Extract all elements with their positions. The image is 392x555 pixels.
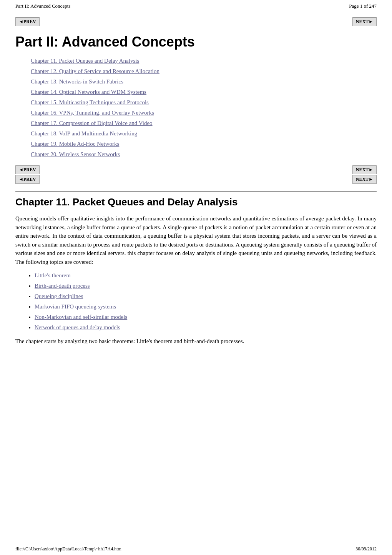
next-label-bottom-2: NEXT	[356, 177, 369, 182]
chapter-item: Chapter 13. Networks in Switch Fabrics	[31, 78, 377, 85]
chapter-link-15[interactable]: Chapter 15. Multicasting Techniques and …	[31, 99, 149, 105]
prev-arrow-left	[19, 19, 23, 25]
chapter11-summary: The chapter starts by analyzing two basi…	[15, 337, 377, 346]
next-button-top[interactable]: NEXT	[352, 17, 377, 26]
prev-label-top: PREV	[23, 19, 36, 25]
chapter-link-20[interactable]: Chapter 20. Wireless Sensor Networks	[31, 151, 120, 157]
next-label-top: NEXT	[356, 19, 369, 25]
divider	[15, 192, 377, 192]
topic-item: Queueing disciplines	[35, 293, 377, 300]
topic-item: Little's theorem	[35, 272, 377, 279]
nav-bottom-left: PREV PREV	[15, 165, 40, 184]
chapter-item: Chapter 15. Multicasting Techniques and …	[31, 99, 377, 106]
prev-label-bottom-1: PREV	[23, 167, 36, 173]
chapter-item: Chapter 19. Mobile Ad-Hoc Networks	[31, 141, 377, 147]
topics-list: Little's theoremBirth-and-death processQ…	[35, 272, 377, 331]
chapter11-intro: Queueing models offer qualitative insigh…	[15, 214, 377, 266]
next-arrow-bottom-2	[369, 177, 373, 182]
bottom-nav-row: PREV PREV NEXT NEXT	[15, 165, 377, 184]
chapter-item: Chapter 14. Optical Networks and WDM Sys…	[31, 89, 377, 95]
next-button-bottom-1[interactable]: NEXT	[352, 165, 377, 174]
topic-link-5[interactable]: Network of queues and delay models	[35, 324, 120, 330]
top-bar-right: Page 1 of 247	[349, 3, 377, 9]
chapter-item: Chapter 11. Packet Queues and Delay Anal…	[31, 58, 377, 64]
chapter-item: Chapter 18. VoIP and Multimedia Networki…	[31, 130, 377, 137]
nav-bottom-right: NEXT NEXT	[352, 165, 377, 184]
next-button-bottom-2[interactable]: NEXT	[352, 175, 377, 184]
topic-link-1[interactable]: Birth-and-death process	[35, 283, 90, 289]
chapter-item: Chapter 12. Quality of Service and Resou…	[31, 68, 377, 75]
chapter-link-11[interactable]: Chapter 11. Packet Queues and Delay Anal…	[31, 58, 139, 64]
chapter-link-17[interactable]: Chapter 17. Compression of Digital Voice…	[31, 120, 153, 126]
chapter-list: Chapter 11. Packet Queues and Delay Anal…	[31, 58, 377, 158]
topic-link-3[interactable]: Markovian FIFO queueing systems	[35, 303, 116, 310]
prev-label-bottom-2: PREV	[23, 177, 36, 182]
part-title: Part II: Advanced Concepts	[15, 34, 377, 50]
topic-link-4[interactable]: Non-Markovian and self-similar models	[35, 314, 127, 320]
topic-item: Markovian FIFO queueing systems	[35, 303, 377, 310]
content-area: PREV NEXT Part II: Advanced Concepts Cha…	[0, 11, 392, 346]
chapter-link-13[interactable]: Chapter 13. Networks in Switch Fabrics	[31, 78, 123, 85]
next-arrow-bottom-1	[369, 167, 373, 173]
next-arrow-right	[369, 19, 373, 25]
chapter-link-18[interactable]: Chapter 18. VoIP and Multimedia Networki…	[31, 130, 137, 137]
chapter-item: Chapter 20. Wireless Sensor Networks	[31, 151, 377, 158]
prev-arrow-bottom-1	[19, 167, 23, 173]
chapter-item: Chapter 17. Compression of Digital Voice…	[31, 120, 377, 127]
topic-item: Birth-and-death process	[35, 283, 377, 289]
bottom-bar: file://C:\Users\axioo\AppData\Local\Temp…	[0, 543, 392, 555]
prev-button-bottom-1[interactable]: PREV	[15, 165, 40, 174]
prev-button-top[interactable]: PREV	[15, 17, 40, 26]
chapter-link-14[interactable]: Chapter 14. Optical Networks and WDM Sys…	[31, 89, 146, 95]
topic-link-0[interactable]: Little's theorem	[35, 272, 71, 278]
bottom-bar-left: file://C:\Users\axioo\AppData\Local\Temp…	[15, 546, 121, 552]
topic-link-2[interactable]: Queueing disciplines	[35, 293, 83, 299]
chapter-item: Chapter 16. VPNs, Tunneling, and Overlay…	[31, 110, 377, 116]
prev-arrow-bottom-2	[19, 177, 23, 182]
top-bar: Part II: Advanced Concepts Page 1 of 247	[0, 0, 392, 11]
prev-button-bottom-2[interactable]: PREV	[15, 175, 40, 184]
chapter-link-19[interactable]: Chapter 19. Mobile Ad-Hoc Networks	[31, 141, 119, 147]
bottom-bar-right: 30/09/2012	[355, 546, 377, 552]
top-bar-left: Part II: Advanced Concepts	[15, 3, 70, 9]
chapter-link-16[interactable]: Chapter 16. VPNs, Tunneling, and Overlay…	[31, 110, 154, 116]
chapter11-title: Chapter 11. Packet Queues and Delay Anal…	[15, 196, 377, 208]
topic-item: Network of queues and delay models	[35, 324, 377, 331]
next-label-bottom-1: NEXT	[356, 167, 369, 173]
topic-item: Non-Markovian and self-similar models	[35, 314, 377, 320]
chapter-link-12[interactable]: Chapter 12. Quality of Service and Resou…	[31, 68, 159, 74]
top-nav-row: PREV NEXT	[15, 11, 377, 30]
